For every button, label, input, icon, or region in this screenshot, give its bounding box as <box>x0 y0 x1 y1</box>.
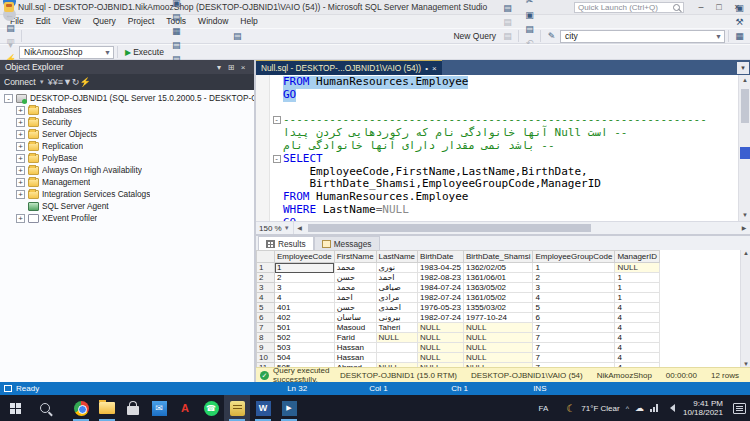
code-line[interactable]: GO <box>270 89 738 102</box>
column-header-managerid[interactable]: ManagerID <box>615 251 660 263</box>
row-number-cell[interactable]: 3 <box>257 283 275 293</box>
tree-node-desktop-ojbnid1-sql-server-15-0-2000-5-desktop-ojbnid1-vaio-[interactable]: -DESKTOP-OJBNID1 (SQL Server 15.0.2000.5… <box>0 92 254 104</box>
cell[interactable]: 1361/06/01 <box>463 273 532 283</box>
intellisense-button[interactable]: ▣ <box>169 0 184 10</box>
taskbar-app-ssms[interactable] <box>224 395 250 421</box>
chevron-down-icon[interactable]: ▼ <box>713 33 724 40</box>
cell[interactable]: 3 <box>533 283 615 293</box>
column-header-employeegroupcode[interactable]: EmployeeGroupCode <box>533 251 615 263</box>
cell[interactable]: 1976-05-23 <box>418 303 464 313</box>
copy-button[interactable]: ▣ <box>522 8 537 22</box>
cell[interactable]: NULL <box>615 263 660 273</box>
cell[interactable]: 501 <box>275 323 335 333</box>
speaker-icon[interactable] <box>666 404 675 412</box>
column-header-birthdate[interactable]: BirthDate <box>418 251 464 263</box>
cell[interactable]: 1 <box>275 263 335 273</box>
tab-results[interactable]: Results <box>258 236 314 250</box>
cell[interactable]: احمدی <box>376 303 417 313</box>
code-line[interactable]: FROM HumanResources.Employee <box>270 76 738 89</box>
tree-node-security[interactable]: +Security <box>0 116 254 128</box>
cell[interactable]: NULL <box>463 333 532 343</box>
editor-zoom-control[interactable]: 150 % ▼ <box>256 222 294 234</box>
cell[interactable]: 1977-10-24 <box>463 313 532 323</box>
scroll-down-icon[interactable]: ▼ <box>741 361 750 367</box>
new-file-button[interactable]: ▤ <box>3 21 18 35</box>
cell[interactable]: 1 <box>615 273 660 283</box>
scroll-up-icon[interactable]: ▲ <box>741 250 750 256</box>
moon-weather-icon[interactable]: ☾ <box>566 403 575 414</box>
code-line[interactable]: نام خانوادگی آنها دارای مقدار نمی باشد -… <box>270 140 738 153</box>
navigate-window-button[interactable]: ▣ <box>732 1 747 15</box>
tree-node-sql-server-agent[interactable]: SQL Server Agent <box>0 200 254 212</box>
minimize-button[interactable]: – <box>692 1 710 14</box>
cell[interactable]: 7 <box>533 353 615 363</box>
taskbar-app-whatsapp[interactable]: ☎ <box>198 395 224 421</box>
editor-vertical-scrollbar[interactable]: ▲ ▼ <box>738 75 750 221</box>
tree-node-management[interactable]: +Management <box>0 176 254 188</box>
cell[interactable]: نوری <box>376 263 417 273</box>
code-line[interactable]: WHERE LastName=NULL <box>270 204 738 217</box>
tab-close-icon[interactable]: × <box>432 64 437 73</box>
cell[interactable]: NULL <box>463 343 532 353</box>
cell[interactable]: Hassan <box>334 353 376 363</box>
cell[interactable]: 502 <box>275 333 335 343</box>
execute-button[interactable]: ▶ Execute <box>121 47 168 57</box>
cut-button[interactable]: ✂ <box>522 0 537 8</box>
sql-editor[interactable]: FROM HumanResources.EmployeeGO----------… <box>256 75 750 221</box>
cell[interactable]: NULL <box>418 323 464 333</box>
cell[interactable]: 7 <box>533 343 615 353</box>
cell[interactable]: 4 <box>615 333 660 343</box>
scroll-right-icon[interactable]: ▶ <box>738 222 750 234</box>
tab-scroll-icon[interactable]: ▾ <box>737 62 749 74</box>
include-client-statistics-button[interactable]: ▤ <box>169 10 184 24</box>
cell[interactable]: بیرونی <box>376 313 417 323</box>
expander-icon[interactable] <box>16 202 25 211</box>
quick-launch-box[interactable]: Quick Launch (Ctrl+Q) <box>574 2 684 13</box>
row-number-cell[interactable]: 4 <box>257 293 275 303</box>
cell[interactable]: 1355/03/02 <box>463 303 532 313</box>
fold-marker-icon[interactable]: - <box>270 114 283 127</box>
menu-item-window[interactable]: Window <box>192 15 234 28</box>
menu-item-project[interactable]: Project <box>122 15 160 28</box>
tree-node-always-on-high-availability[interactable]: +Always On High Availability <box>0 164 254 176</box>
chevron-down-icon[interactable]: ▼ <box>39 79 45 85</box>
cell[interactable]: 4 <box>615 303 660 313</box>
hidden-icons-chevron[interactable]: ^ <box>626 405 629 412</box>
cell[interactable]: NULL <box>418 343 464 353</box>
expander-icon[interactable]: + <box>16 130 25 139</box>
expander-icon[interactable]: + <box>16 106 25 115</box>
row-number-cell[interactable]: 6 <box>257 313 275 323</box>
scroll-down-icon[interactable]: ▼ <box>739 210 750 221</box>
cell[interactable]: 4 <box>615 323 660 333</box>
scroll-up-icon[interactable]: ▲ <box>739 75 750 86</box>
row-number-cell[interactable]: 10 <box>257 353 275 363</box>
expander-icon[interactable]: + <box>16 118 25 127</box>
taskbar-app-lock-app[interactable] <box>120 395 146 421</box>
cell[interactable]: 4 <box>533 293 615 303</box>
paste-button[interactable]: ▤ <box>522 22 537 36</box>
column-header-firstname[interactable]: FirstName <box>334 251 376 263</box>
cell[interactable]: 1983-04-25 <box>418 263 464 273</box>
find-combobox[interactable]: city ▼ <box>560 30 725 43</box>
menu-item-help[interactable]: Help <box>234 15 263 28</box>
taskbar-app-word[interactable]: W <box>250 395 276 421</box>
tree-node-integration-services-catalogs[interactable]: +Integration Services Catalogs <box>0 188 254 200</box>
cell[interactable]: NULL <box>376 333 417 343</box>
weather-text[interactable]: 71°F Clear <box>581 404 619 413</box>
tree-node-databases[interactable]: +Databases <box>0 104 254 116</box>
tree-node-xevent-profiler[interactable]: +XEvent Profiler <box>0 212 254 224</box>
cell[interactable]: 6 <box>533 313 615 323</box>
cell[interactable]: احمد <box>334 293 376 303</box>
oe-filter-icon[interactable]: ▼ <box>63 77 72 87</box>
scroll-left-icon[interactable]: ◀ <box>294 222 306 234</box>
code-line[interactable]: GO <box>270 217 738 222</box>
expander-icon[interactable]: + <box>16 178 25 187</box>
tab-messages[interactable]: Messages <box>314 236 380 250</box>
properties-window-button[interactable]: ⚒ <box>732 15 747 29</box>
pin-icon[interactable]: ⊞ <box>225 63 237 72</box>
scrollbar-thumb[interactable] <box>741 89 749 123</box>
row-number-cell[interactable]: 2 <box>257 273 275 283</box>
cell[interactable]: 7 <box>533 323 615 333</box>
cell[interactable]: 1982-07-24 <box>418 313 464 323</box>
chevron-down-icon[interactable]: ▼ <box>284 225 290 231</box>
